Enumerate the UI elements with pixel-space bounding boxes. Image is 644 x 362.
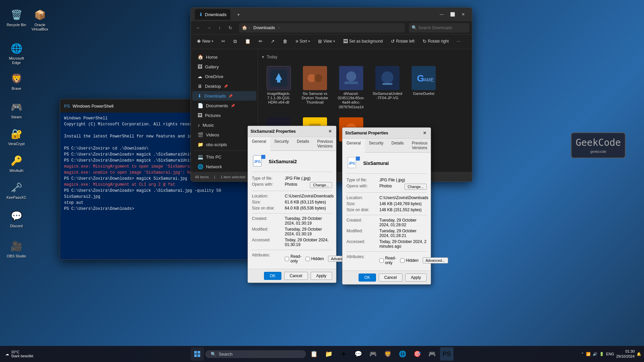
props2-change-btn[interactable]: Change... [405, 184, 427, 190]
taskbar-steam-task[interactable]: 🎮 [425, 347, 439, 361]
search-box[interactable]: 🔍 [409, 23, 469, 33]
file-gameduelist[interactable]: G AME GameDuelist [407, 63, 440, 112]
tray-notification[interactable]: 🔔 [637, 352, 641, 356]
desktop-icon-winauth[interactable]: 🔑 WinAuth [5, 153, 28, 174]
props2-close-btn[interactable]: ✕ [421, 130, 428, 136]
geekcode-widget[interactable]: GeekCode geekcode [571, 132, 626, 158]
taskbar-terminal[interactable]: PS [440, 347, 453, 361]
desktop-icon-steam[interactable]: 🎮 Steam [5, 99, 28, 121]
desktop-icon-recycle-bin[interactable]: 🗑️ Recycle Bin [5, 7, 28, 28]
file-sixsamurai-united[interactable]: SixSamuraiUnited-TF04-JP-VG [371, 63, 404, 112]
up-btn[interactable]: ↑ [215, 23, 224, 33]
tray-up-arrow[interactable]: ⌃ [581, 352, 584, 356]
new-btn[interactable]: ✚ New ▾ [194, 36, 217, 47]
taskbar-app1[interactable]: 🎯 [411, 347, 424, 361]
props1-hidden-cb[interactable]: Hidden [306, 256, 324, 261]
cut-btn[interactable]: ✂ [218, 36, 229, 47]
sidebar-item-obs-scripts[interactable]: 📁 obs-scripts [192, 140, 256, 149]
sidebar-item-home[interactable]: 🏠 Home [192, 52, 256, 62]
props2-tab-details[interactable]: Details [387, 139, 408, 152]
props1-hidden-input[interactable] [306, 257, 310, 261]
props1-tab-security[interactable]: Security [270, 137, 293, 150]
desktop-icon-obs[interactable]: 🎥 OBS Studio [5, 238, 28, 260]
clock-display[interactable]: 01:30 29/10/2024 [616, 349, 635, 359]
search-input[interactable] [418, 25, 465, 30]
taskbar-search[interactable]: 🔍 Search [205, 350, 306, 358]
file-imagemagick[interactable]: ImageMagick-7.1.1-39-Q16-HDRI-x64-dll [262, 63, 296, 112]
copy-btn[interactable]: ⧉ [230, 36, 240, 47]
sidebar-item-music[interactable]: ♪ Music [192, 120, 256, 130]
props2-readonly-input[interactable] [379, 258, 384, 263]
more-btn[interactable]: ··· [453, 36, 464, 47]
sidebar-item-onedrive[interactable]: ☁ OneDrive [192, 72, 256, 81]
desktop-icon-edge[interactable]: 🌐 Microsoft Edge [5, 40, 28, 66]
refresh-btn[interactable]: ↻ [226, 23, 235, 33]
props1-readonly-input[interactable] [285, 257, 289, 261]
address-bar[interactable]: 🏠 › Downloads › [239, 23, 405, 33]
section-today[interactable]: ▾ Today [262, 53, 468, 61]
sidebar-item-pictures[interactable]: 🖼 Pictures [192, 111, 256, 120]
minimize-btn[interactable]: — [437, 10, 446, 19]
forward-btn[interactable]: → [204, 23, 214, 33]
tray-kb-lang[interactable]: ENG [606, 352, 614, 356]
props1-readonly-cb[interactable]: Read-only [285, 254, 302, 263]
props1-ok-btn[interactable]: OK [264, 272, 281, 280]
props1-cancel-btn[interactable]: Cancel [284, 272, 308, 280]
delete-btn[interactable]: 🗑 [279, 36, 291, 47]
sidebar-item-downloads[interactable]: ⬇ Downloads 📌 [192, 91, 256, 101]
taskbar-telegram[interactable]: ✈ [337, 347, 350, 361]
sidebar-item-gallery[interactable]: 🖼 Gallery [192, 62, 256, 71]
props1-tab-general[interactable]: General [248, 137, 270, 151]
props1-change-btn[interactable]: Change... [310, 182, 332, 188]
tray-battery[interactable]: 🔋 [599, 352, 604, 356]
sidebar-item-documents[interactable]: 📄 Documents 📌 [192, 101, 256, 110]
taskbar-widgets[interactable]: 📋 [307, 347, 321, 361]
taskbar-explorer[interactable]: 📁 [322, 347, 335, 361]
desktop-icon-virtualbox[interactable]: 📦 Oracle VirtualBox [28, 7, 52, 33]
paste-btn[interactable]: 📋 [241, 36, 254, 47]
props2-ok-btn[interactable]: OK [359, 274, 376, 282]
maximize-btn[interactable]: ⬜ [448, 10, 457, 19]
weather-widget[interactable]: ☁ 10°C Stark bewölkt [3, 350, 36, 358]
set-background-btn[interactable]: 🖼 Set as background [340, 36, 386, 47]
props2-cancel-btn[interactable]: Cancel [379, 274, 402, 282]
tray-audio[interactable]: 🔊 [593, 352, 597, 356]
props2-apply-btn[interactable]: Apply [405, 274, 427, 282]
taskbar-brave-task[interactable]: 🦁 [381, 347, 394, 361]
close-btn[interactable]: ✕ [459, 10, 468, 19]
props1-tab-previous[interactable]: Previous Versions [313, 137, 337, 150]
sidebar-item-videos[interactable]: 🎬 Videos [192, 130, 256, 139]
start-button[interactable] [191, 347, 204, 361]
taskbar-whatsapp[interactable]: 💬 [352, 347, 365, 361]
desktop-icon-veracrypt[interactable]: 🔐 VeraCrypt [5, 126, 28, 147]
view-btn[interactable]: ⊞ View ▾ [315, 36, 338, 47]
props2-hidden-input[interactable] [400, 258, 405, 263]
explorer-tab-downloads[interactable]: ⬇ Downloads [195, 9, 230, 20]
props2-hidden-cb[interactable]: Hidden [400, 258, 419, 263]
props2-advanced-btn[interactable]: Advanced... [423, 257, 448, 263]
file-sixsamurai-vs[interactable]: Six Samurai vs Drytron Youtube Thumbnail [298, 63, 332, 112]
desktop-icon-brave[interactable]: 🦁 Brave [5, 70, 28, 92]
props1-tab-details[interactable]: Details [293, 137, 313, 150]
props2-tab-security[interactable]: Security [365, 139, 387, 152]
address-downloads[interactable]: Downloads [251, 24, 277, 31]
tray-network[interactable]: 📶 [586, 352, 591, 356]
taskbar-discord-task[interactable]: 🎮 [366, 347, 380, 361]
sidebar-item-this-pc[interactable]: 💻 This PC [192, 152, 256, 162]
new-tab-btn[interactable]: + [233, 9, 244, 20]
sidebar-item-desktop[interactable]: 🖥 Desktop 📌 [192, 81, 256, 91]
rotate-right-btn[interactable]: ↻ Rotate right [419, 36, 452, 47]
rotate-left-btn[interactable]: ↺ Rotate left [387, 36, 418, 47]
desktop-icon-keepassxc[interactable]: 🗝️ KeePassXC [5, 179, 28, 201]
back-btn[interactable]: ← [194, 23, 203, 33]
file-dhhazsd[interactable]: dhhazsd-0245119d-85ce-4ad4-a8cc-08787b01… [334, 63, 368, 112]
props1-close-btn[interactable]: ✕ [327, 128, 333, 135]
sort-btn[interactable]: ≡ Sort ▾ [292, 36, 313, 47]
taskbar-browser2[interactable]: 🌐 [396, 347, 409, 361]
props2-tab-general[interactable]: General [342, 139, 365, 153]
share-btn[interactable]: ↗ [267, 36, 278, 47]
rename-btn[interactable]: ✏ [255, 36, 266, 47]
props1-apply-btn[interactable]: Apply [311, 272, 332, 280]
props2-readonly-cb[interactable]: Read-only [379, 256, 396, 265]
desktop-icon-discord[interactable]: 💬 Discord [5, 208, 28, 230]
